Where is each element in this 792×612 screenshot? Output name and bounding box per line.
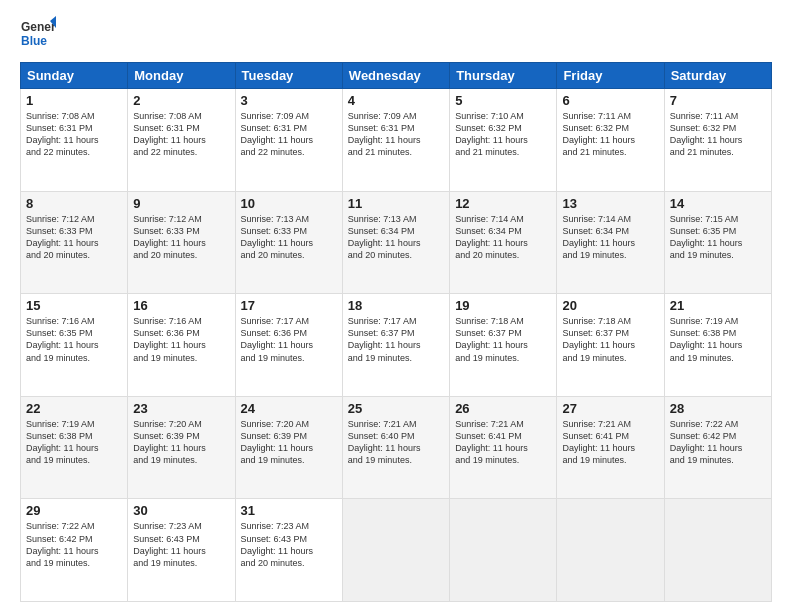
calendar-cell: 11Sunrise: 7:13 AM Sunset: 6:34 PM Dayli…: [342, 191, 449, 294]
cell-info: Sunrise: 7:23 AM Sunset: 6:43 PM Dayligh…: [133, 520, 229, 569]
cell-info: Sunrise: 7:17 AM Sunset: 6:36 PM Dayligh…: [241, 315, 337, 364]
cell-info: Sunrise: 7:12 AM Sunset: 6:33 PM Dayligh…: [26, 213, 122, 262]
cell-info: Sunrise: 7:23 AM Sunset: 6:43 PM Dayligh…: [241, 520, 337, 569]
day-number: 23: [133, 401, 229, 416]
calendar-week-row: 1Sunrise: 7:08 AM Sunset: 6:31 PM Daylig…: [21, 89, 772, 192]
cell-info: Sunrise: 7:21 AM Sunset: 6:40 PM Dayligh…: [348, 418, 444, 467]
calendar-header-row: SundayMondayTuesdayWednesdayThursdayFrid…: [21, 63, 772, 89]
day-number: 10: [241, 196, 337, 211]
calendar-cell: 15Sunrise: 7:16 AM Sunset: 6:35 PM Dayli…: [21, 294, 128, 397]
day-number: 6: [562, 93, 658, 108]
cell-info: Sunrise: 7:08 AM Sunset: 6:31 PM Dayligh…: [133, 110, 229, 159]
cell-info: Sunrise: 7:13 AM Sunset: 6:33 PM Dayligh…: [241, 213, 337, 262]
calendar-cell: 20Sunrise: 7:18 AM Sunset: 6:37 PM Dayli…: [557, 294, 664, 397]
day-number: 21: [670, 298, 766, 313]
calendar-table: SundayMondayTuesdayWednesdayThursdayFrid…: [20, 62, 772, 602]
day-number: 27: [562, 401, 658, 416]
logo-svg: General Blue: [20, 16, 56, 52]
calendar-cell: 19Sunrise: 7:18 AM Sunset: 6:37 PM Dayli…: [450, 294, 557, 397]
day-number: 1: [26, 93, 122, 108]
day-number: 18: [348, 298, 444, 313]
calendar-day-header: Sunday: [21, 63, 128, 89]
calendar-day-header: Saturday: [664, 63, 771, 89]
calendar-week-row: 29Sunrise: 7:22 AM Sunset: 6:42 PM Dayli…: [21, 499, 772, 602]
calendar-cell: 27Sunrise: 7:21 AM Sunset: 6:41 PM Dayli…: [557, 396, 664, 499]
day-number: 7: [670, 93, 766, 108]
calendar-cell: 25Sunrise: 7:21 AM Sunset: 6:40 PM Dayli…: [342, 396, 449, 499]
calendar-cell: 17Sunrise: 7:17 AM Sunset: 6:36 PM Dayli…: [235, 294, 342, 397]
cell-info: Sunrise: 7:22 AM Sunset: 6:42 PM Dayligh…: [670, 418, 766, 467]
calendar-day-header: Monday: [128, 63, 235, 89]
calendar-week-row: 15Sunrise: 7:16 AM Sunset: 6:35 PM Dayli…: [21, 294, 772, 397]
calendar-cell: 5Sunrise: 7:10 AM Sunset: 6:32 PM Daylig…: [450, 89, 557, 192]
day-number: 17: [241, 298, 337, 313]
calendar-day-header: Tuesday: [235, 63, 342, 89]
calendar-cell: 4Sunrise: 7:09 AM Sunset: 6:31 PM Daylig…: [342, 89, 449, 192]
cell-info: Sunrise: 7:21 AM Sunset: 6:41 PM Dayligh…: [455, 418, 551, 467]
day-number: 16: [133, 298, 229, 313]
svg-text:General: General: [21, 20, 56, 34]
cell-info: Sunrise: 7:10 AM Sunset: 6:32 PM Dayligh…: [455, 110, 551, 159]
day-number: 19: [455, 298, 551, 313]
calendar-cell: 9Sunrise: 7:12 AM Sunset: 6:33 PM Daylig…: [128, 191, 235, 294]
cell-info: Sunrise: 7:18 AM Sunset: 6:37 PM Dayligh…: [455, 315, 551, 364]
cell-info: Sunrise: 7:20 AM Sunset: 6:39 PM Dayligh…: [241, 418, 337, 467]
day-number: 30: [133, 503, 229, 518]
calendar-cell: 16Sunrise: 7:16 AM Sunset: 6:36 PM Dayli…: [128, 294, 235, 397]
calendar-cell: [557, 499, 664, 602]
day-number: 26: [455, 401, 551, 416]
calendar-cell: 8Sunrise: 7:12 AM Sunset: 6:33 PM Daylig…: [21, 191, 128, 294]
cell-info: Sunrise: 7:15 AM Sunset: 6:35 PM Dayligh…: [670, 213, 766, 262]
cell-info: Sunrise: 7:18 AM Sunset: 6:37 PM Dayligh…: [562, 315, 658, 364]
header: General Blue: [20, 16, 772, 52]
cell-info: Sunrise: 7:12 AM Sunset: 6:33 PM Dayligh…: [133, 213, 229, 262]
svg-text:Blue: Blue: [21, 34, 47, 48]
cell-info: Sunrise: 7:08 AM Sunset: 6:31 PM Dayligh…: [26, 110, 122, 159]
calendar-cell: 6Sunrise: 7:11 AM Sunset: 6:32 PM Daylig…: [557, 89, 664, 192]
day-number: 5: [455, 93, 551, 108]
cell-info: Sunrise: 7:19 AM Sunset: 6:38 PM Dayligh…: [26, 418, 122, 467]
day-number: 13: [562, 196, 658, 211]
calendar-cell: 7Sunrise: 7:11 AM Sunset: 6:32 PM Daylig…: [664, 89, 771, 192]
cell-info: Sunrise: 7:09 AM Sunset: 6:31 PM Dayligh…: [348, 110, 444, 159]
day-number: 20: [562, 298, 658, 313]
calendar-cell: 2Sunrise: 7:08 AM Sunset: 6:31 PM Daylig…: [128, 89, 235, 192]
cell-info: Sunrise: 7:20 AM Sunset: 6:39 PM Dayligh…: [133, 418, 229, 467]
day-number: 25: [348, 401, 444, 416]
cell-info: Sunrise: 7:11 AM Sunset: 6:32 PM Dayligh…: [562, 110, 658, 159]
calendar-day-header: Wednesday: [342, 63, 449, 89]
day-number: 3: [241, 93, 337, 108]
day-number: 22: [26, 401, 122, 416]
calendar-day-header: Friday: [557, 63, 664, 89]
cell-info: Sunrise: 7:11 AM Sunset: 6:32 PM Dayligh…: [670, 110, 766, 159]
day-number: 15: [26, 298, 122, 313]
cell-info: Sunrise: 7:14 AM Sunset: 6:34 PM Dayligh…: [455, 213, 551, 262]
page: General Blue SundayMondayTuesdayWednesda…: [0, 0, 792, 612]
cell-info: Sunrise: 7:17 AM Sunset: 6:37 PM Dayligh…: [348, 315, 444, 364]
cell-info: Sunrise: 7:16 AM Sunset: 6:36 PM Dayligh…: [133, 315, 229, 364]
day-number: 12: [455, 196, 551, 211]
calendar-cell: 10Sunrise: 7:13 AM Sunset: 6:33 PM Dayli…: [235, 191, 342, 294]
cell-info: Sunrise: 7:16 AM Sunset: 6:35 PM Dayligh…: [26, 315, 122, 364]
calendar-cell: 12Sunrise: 7:14 AM Sunset: 6:34 PM Dayli…: [450, 191, 557, 294]
calendar-cell: [664, 499, 771, 602]
cell-info: Sunrise: 7:09 AM Sunset: 6:31 PM Dayligh…: [241, 110, 337, 159]
calendar-week-row: 22Sunrise: 7:19 AM Sunset: 6:38 PM Dayli…: [21, 396, 772, 499]
calendar-cell: 13Sunrise: 7:14 AM Sunset: 6:34 PM Dayli…: [557, 191, 664, 294]
calendar-cell: 1Sunrise: 7:08 AM Sunset: 6:31 PM Daylig…: [21, 89, 128, 192]
cell-info: Sunrise: 7:14 AM Sunset: 6:34 PM Dayligh…: [562, 213, 658, 262]
day-number: 28: [670, 401, 766, 416]
calendar-cell: 24Sunrise: 7:20 AM Sunset: 6:39 PM Dayli…: [235, 396, 342, 499]
calendar-cell: 3Sunrise: 7:09 AM Sunset: 6:31 PM Daylig…: [235, 89, 342, 192]
calendar-cell: [450, 499, 557, 602]
calendar-cell: [342, 499, 449, 602]
calendar-cell: 23Sunrise: 7:20 AM Sunset: 6:39 PM Dayli…: [128, 396, 235, 499]
calendar-cell: 30Sunrise: 7:23 AM Sunset: 6:43 PM Dayli…: [128, 499, 235, 602]
calendar-week-row: 8Sunrise: 7:12 AM Sunset: 6:33 PM Daylig…: [21, 191, 772, 294]
day-number: 8: [26, 196, 122, 211]
calendar-body: 1Sunrise: 7:08 AM Sunset: 6:31 PM Daylig…: [21, 89, 772, 602]
calendar-cell: 18Sunrise: 7:17 AM Sunset: 6:37 PM Dayli…: [342, 294, 449, 397]
day-number: 9: [133, 196, 229, 211]
day-number: 2: [133, 93, 229, 108]
calendar-cell: 26Sunrise: 7:21 AM Sunset: 6:41 PM Dayli…: [450, 396, 557, 499]
